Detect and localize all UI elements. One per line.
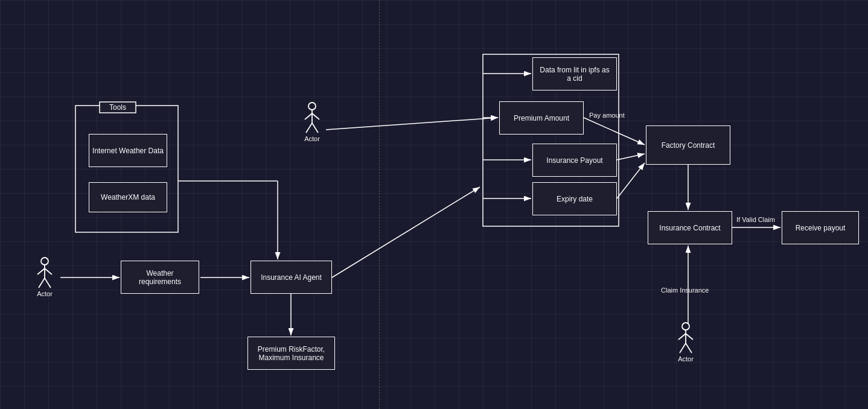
weatherxm-box: WeatherXM data bbox=[89, 182, 167, 212]
svg-line-20 bbox=[617, 163, 645, 198]
claim-insurance-label: Claim Insurance bbox=[661, 287, 709, 294]
svg-line-11 bbox=[332, 187, 480, 277]
data-from-lit-box: Data from lit in ipfs asa cid bbox=[532, 57, 617, 90]
factory-contract-box: Factory Contract bbox=[646, 125, 730, 165]
svg-line-32 bbox=[37, 268, 45, 274]
svg-point-24 bbox=[308, 103, 316, 110]
svg-line-5 bbox=[326, 118, 498, 130]
premium-riskfactor-box: Premium RiskFactor,Maximum Insurance bbox=[247, 337, 335, 370]
actor-bottom-left: Actor bbox=[34, 256, 56, 297]
svg-line-28 bbox=[306, 123, 312, 133]
actor-bottom-right: Actor bbox=[675, 322, 697, 363]
svg-text:Tools: Tools bbox=[109, 103, 126, 112]
svg-point-36 bbox=[682, 323, 689, 330]
svg-line-35 bbox=[45, 278, 51, 288]
svg-line-18 bbox=[584, 118, 645, 145]
svg-line-29 bbox=[312, 123, 318, 133]
svg-line-26 bbox=[305, 113, 312, 119]
insurance-contract-box: Insurance Contract bbox=[648, 211, 732, 244]
diagram-container: Tools bbox=[0, 0, 868, 409]
svg-line-40 bbox=[680, 343, 686, 353]
svg-line-33 bbox=[45, 268, 52, 274]
premium-amount-box: Premium Amount bbox=[499, 101, 584, 135]
svg-line-19 bbox=[617, 154, 645, 160]
svg-line-27 bbox=[312, 113, 319, 119]
expiry-date-box: Expiry date bbox=[532, 182, 617, 215]
svg-line-41 bbox=[686, 343, 692, 353]
svg-line-34 bbox=[39, 278, 45, 288]
svg-point-30 bbox=[41, 258, 48, 265]
weather-req-box: Weatherrequirements bbox=[121, 261, 199, 294]
svg-rect-2 bbox=[75, 106, 178, 232]
insurance-payout-box: Insurance Payout bbox=[532, 144, 617, 177]
internet-weather-box: Internet Weather Data bbox=[89, 134, 167, 167]
svg-line-38 bbox=[678, 334, 686, 340]
pay-amount-label: Pay amount bbox=[589, 112, 625, 119]
dashed-vertical-line bbox=[379, 0, 380, 409]
actor-top: Actor bbox=[301, 101, 323, 142]
svg-rect-3 bbox=[100, 102, 136, 113]
if-valid-claim-label: If Valid Claim bbox=[736, 216, 775, 223]
svg-line-39 bbox=[686, 334, 693, 340]
receive-payout-box: Receive payout bbox=[782, 211, 859, 244]
insurance-ai-box: Insurance AI Agent bbox=[251, 261, 332, 294]
